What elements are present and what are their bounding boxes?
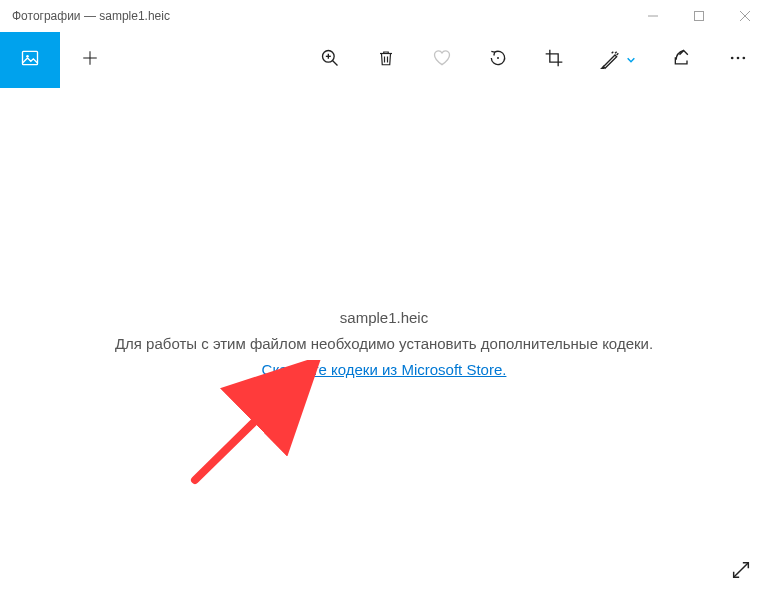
svg-line-19 xyxy=(734,563,749,578)
svg-point-17 xyxy=(743,57,746,60)
share-button[interactable] xyxy=(672,50,692,70)
toolbar-actions xyxy=(120,50,768,70)
more-icon xyxy=(728,48,748,72)
trash-icon xyxy=(377,48,395,72)
draw-button[interactable] xyxy=(600,50,636,70)
image-icon xyxy=(20,48,40,72)
svg-point-16 xyxy=(737,57,740,60)
chevron-down-icon xyxy=(626,51,636,69)
favorite-button[interactable] xyxy=(432,50,452,70)
heart-icon xyxy=(432,48,452,72)
codec-prompt-text: Для работы с этим файлом необходимо уста… xyxy=(115,332,653,356)
share-icon xyxy=(672,48,692,72)
svg-point-14 xyxy=(497,57,499,59)
svg-rect-4 xyxy=(23,51,38,64)
close-button[interactable] xyxy=(722,0,768,32)
add-button[interactable] xyxy=(60,32,120,88)
crop-icon xyxy=(544,48,564,72)
fullscreen-icon xyxy=(730,559,752,585)
draw-icon xyxy=(600,50,620,70)
titlebar: Фотографии — sample1.heic xyxy=(0,0,768,32)
plus-icon xyxy=(81,49,99,71)
zoom-in-icon xyxy=(320,48,340,72)
content-area: sample1.heic Для работы с этим файлом не… xyxy=(0,90,768,599)
window-title: Фотографии — sample1.heic xyxy=(12,9,630,23)
rotate-button[interactable] xyxy=(488,50,508,70)
gallery-tab[interactable] xyxy=(0,32,60,88)
more-button[interactable] xyxy=(728,50,748,70)
fullscreen-button[interactable] xyxy=(728,559,754,585)
minimize-button[interactable] xyxy=(630,0,676,32)
svg-point-15 xyxy=(731,57,734,60)
zoom-button[interactable] xyxy=(320,50,340,70)
delete-button[interactable] xyxy=(376,50,396,70)
svg-line-9 xyxy=(333,61,338,66)
file-name: sample1.heic xyxy=(115,306,653,330)
crop-button[interactable] xyxy=(544,50,564,70)
maximize-button[interactable] xyxy=(676,0,722,32)
toolbar xyxy=(0,32,768,88)
codec-message: sample1.heic Для работы с этим файлом не… xyxy=(115,306,653,383)
svg-rect-1 xyxy=(695,12,704,21)
download-codecs-link[interactable]: Скачайте кодеки из Microsoft Store. xyxy=(262,358,507,382)
rotate-icon xyxy=(488,48,508,72)
